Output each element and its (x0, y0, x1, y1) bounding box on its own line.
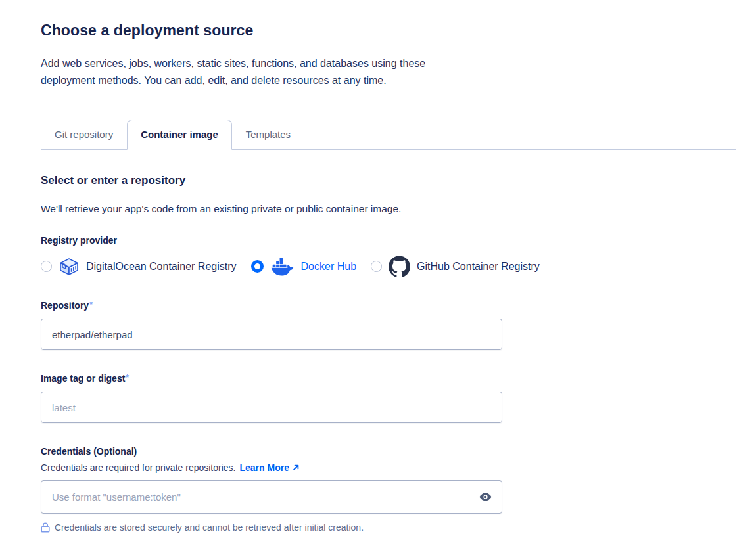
required-asterisk: * (126, 373, 129, 382)
credentials-input-wrap (41, 480, 502, 514)
registry-option-label: Docker Hub (301, 261, 356, 273)
registry-provider-label: Registry provider (41, 235, 736, 246)
radio-github-container-registry[interactable]: GitHub Container Registry (371, 256, 540, 277)
eye-icon (479, 490, 492, 504)
registry-option-label: GitHub Container Registry (417, 261, 540, 273)
tab-templates[interactable]: Templates (232, 120, 304, 149)
repository-label: Repository* (41, 300, 736, 311)
required-asterisk: * (89, 300, 93, 309)
radio-circle-unselected[interactable] (371, 261, 382, 272)
tab-container-image[interactable]: Container image (127, 120, 232, 150)
registry-provider-radio-group: DigitalOcean Container Registry (41, 256, 736, 277)
deployment-source-tabbar: Git repository Container image Templates (41, 120, 736, 150)
external-link-icon (292, 464, 300, 472)
repository-input[interactable] (41, 319, 502, 350)
image-tag-label: Image tag or digest* (41, 373, 736, 384)
tab-git-repository[interactable]: Git repository (41, 120, 127, 149)
section-heading: Select or enter a repository (41, 174, 736, 187)
docker-whale-icon (270, 258, 295, 276)
credentials-secure-note: Credentials are stored securely and cann… (41, 522, 736, 533)
section-description: We'll retrieve your app's code from an e… (41, 203, 736, 215)
digitalocean-container-registry-icon (59, 258, 80, 276)
radio-docker-hub[interactable]: Docker Hub (251, 258, 356, 276)
github-octocat-icon (389, 256, 410, 277)
credentials-input[interactable] (41, 480, 502, 514)
radio-digitalocean-container-registry[interactable]: DigitalOcean Container Registry (41, 258, 237, 276)
registry-option-label: DigitalOcean Container Registry (86, 261, 237, 273)
radio-circle-unselected[interactable] (41, 261, 52, 272)
radio-circle-selected[interactable] (251, 260, 264, 273)
deployment-source-page: Choose a deployment source Add web servi… (0, 0, 756, 533)
learn-more-link[interactable]: Learn More (239, 462, 289, 473)
image-tag-input[interactable] (41, 392, 502, 423)
credentials-help-text: Credentials are required for private rep… (41, 462, 736, 473)
credentials-label: Credentials (Optional) (41, 446, 736, 457)
lock-icon (41, 522, 50, 533)
toggle-credentials-visibility-button[interactable] (477, 489, 493, 505)
page-title: Choose a deployment source (41, 22, 736, 39)
page-description: Add web services, jobs, workers, static … (41, 55, 471, 89)
